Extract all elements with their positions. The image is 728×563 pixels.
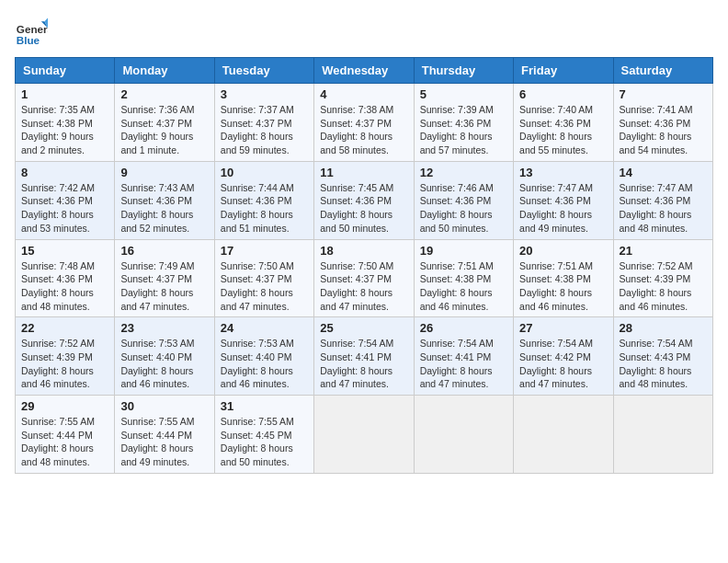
calendar-cell: 18 Sunrise: 7:50 AMSunset: 4:37 PMDaylig… (314, 239, 414, 317)
calendar-cell: 7 Sunrise: 7:41 AMSunset: 4:36 PMDayligh… (613, 84, 712, 162)
day-number: 10 (221, 166, 308, 179)
day-detail: Sunrise: 7:36 AMSunset: 4:37 PMDaylight:… (120, 104, 194, 155)
column-header-monday: Monday (115, 58, 214, 84)
calendar-cell: 17 Sunrise: 7:50 AMSunset: 4:37 PMDaylig… (214, 239, 313, 317)
day-detail: Sunrise: 7:55 AMSunset: 4:44 PMDaylight:… (120, 416, 194, 467)
day-number: 17 (221, 244, 308, 258)
calendar-cell: 19 Sunrise: 7:51 AMSunset: 4:38 PMDaylig… (414, 239, 513, 317)
day-number: 5 (420, 87, 507, 101)
column-header-friday: Friday (514, 58, 613, 84)
day-number: 8 (21, 166, 108, 179)
day-detail: Sunrise: 7:38 AMSunset: 4:37 PMDaylight:… (320, 104, 393, 155)
calendar-header-row: SundayMondayTuesdayWednesdayThursdayFrid… (16, 58, 713, 84)
day-detail: Sunrise: 7:40 AMSunset: 4:36 PMDaylight:… (519, 104, 593, 155)
calendar-cell (414, 396, 513, 474)
day-number: 19 (420, 244, 507, 258)
week-row-3: 15 Sunrise: 7:48 AMSunset: 4:36 PMDaylig… (16, 239, 713, 317)
calendar-cell: 16 Sunrise: 7:49 AMSunset: 4:37 PMDaylig… (115, 239, 214, 317)
day-detail: Sunrise: 7:44 AMSunset: 4:36 PMDaylight:… (221, 182, 294, 234)
calendar-cell: 24 Sunrise: 7:53 AMSunset: 4:40 PMDaylig… (214, 317, 313, 396)
day-detail: Sunrise: 7:50 AMSunset: 4:37 PMDaylight:… (221, 260, 294, 312)
column-header-thursday: Thursday (414, 58, 513, 84)
day-detail: Sunrise: 7:55 AMSunset: 4:44 PMDaylight:… (21, 416, 95, 467)
calendar-cell (613, 396, 712, 474)
day-number: 4 (320, 87, 407, 101)
day-number: 30 (120, 399, 208, 413)
calendar-cell: 6 Sunrise: 7:40 AMSunset: 4:36 PMDayligh… (514, 84, 613, 162)
day-detail: Sunrise: 7:55 AMSunset: 4:45 PMDaylight:… (221, 416, 294, 467)
day-number: 21 (620, 244, 707, 258)
day-number: 16 (120, 244, 208, 258)
day-number: 25 (320, 321, 407, 335)
calendar-table: SundayMondayTuesdayWednesdayThursdayFrid… (15, 57, 713, 474)
day-detail: Sunrise: 7:39 AMSunset: 4:36 PMDaylight:… (420, 104, 494, 155)
calendar-cell: 4 Sunrise: 7:38 AMSunset: 4:37 PMDayligh… (314, 84, 414, 162)
week-row-1: 1 Sunrise: 7:35 AMSunset: 4:38 PMDayligh… (16, 84, 713, 162)
day-detail: Sunrise: 7:54 AMSunset: 4:41 PMDaylight:… (420, 338, 494, 389)
day-number: 24 (221, 321, 308, 335)
day-detail: Sunrise: 7:42 AMSunset: 4:36 PMDaylight:… (21, 182, 95, 234)
week-row-5: 29 Sunrise: 7:55 AMSunset: 4:44 PMDaylig… (16, 396, 713, 474)
day-number: 6 (519, 87, 607, 101)
day-detail: Sunrise: 7:52 AMSunset: 4:39 PMDaylight:… (21, 338, 95, 389)
day-detail: Sunrise: 7:41 AMSunset: 4:36 PMDaylight:… (620, 104, 693, 155)
day-number: 31 (221, 399, 308, 413)
calendar-cell: 20 Sunrise: 7:51 AMSunset: 4:38 PMDaylig… (514, 239, 613, 317)
day-detail: Sunrise: 7:43 AMSunset: 4:36 PMDaylight:… (120, 182, 194, 234)
day-detail: Sunrise: 7:50 AMSunset: 4:37 PMDaylight:… (320, 260, 393, 312)
day-detail: Sunrise: 7:54 AMSunset: 4:41 PMDaylight:… (320, 338, 393, 389)
calendar-cell: 26 Sunrise: 7:54 AMSunset: 4:41 PMDaylig… (414, 317, 513, 396)
calendar-cell: 5 Sunrise: 7:39 AMSunset: 4:36 PMDayligh… (414, 84, 513, 162)
calendar-cell: 22 Sunrise: 7:52 AMSunset: 4:39 PMDaylig… (16, 317, 115, 396)
svg-text:Blue: Blue (17, 34, 40, 46)
calendar-cell: 9 Sunrise: 7:43 AMSunset: 4:36 PMDayligh… (115, 161, 214, 239)
logo: General Blue (15, 15, 53, 48)
calendar-cell: 30 Sunrise: 7:55 AMSunset: 4:44 PMDaylig… (115, 396, 214, 474)
day-detail: Sunrise: 7:37 AMSunset: 4:37 PMDaylight:… (221, 104, 294, 155)
day-detail: Sunrise: 7:53 AMSunset: 4:40 PMDaylight:… (120, 338, 194, 389)
day-number: 29 (21, 399, 108, 413)
calendar-cell: 14 Sunrise: 7:47 AMSunset: 4:36 PMDaylig… (613, 161, 712, 239)
column-header-saturday: Saturday (613, 58, 712, 84)
calendar-cell: 12 Sunrise: 7:46 AMSunset: 4:36 PMDaylig… (414, 161, 513, 239)
day-number: 13 (519, 166, 607, 179)
day-detail: Sunrise: 7:35 AMSunset: 4:38 PMDaylight:… (21, 104, 95, 155)
calendar-cell: 1 Sunrise: 7:35 AMSunset: 4:38 PMDayligh… (16, 84, 115, 162)
calendar-cell: 15 Sunrise: 7:48 AMSunset: 4:36 PMDaylig… (16, 239, 115, 317)
day-number: 20 (519, 244, 607, 258)
calendar-cell: 8 Sunrise: 7:42 AMSunset: 4:36 PMDayligh… (16, 161, 115, 239)
calendar-cell (514, 396, 613, 474)
calendar-cell: 2 Sunrise: 7:36 AMSunset: 4:37 PMDayligh… (115, 84, 214, 162)
column-header-tuesday: Tuesday (214, 58, 313, 84)
day-detail: Sunrise: 7:47 AMSunset: 4:36 PMDaylight:… (519, 182, 593, 234)
day-number: 22 (21, 321, 108, 335)
calendar-cell: 21 Sunrise: 7:52 AMSunset: 4:39 PMDaylig… (613, 239, 712, 317)
column-header-wednesday: Wednesday (314, 58, 414, 84)
day-number: 11 (320, 166, 407, 179)
day-detail: Sunrise: 7:53 AMSunset: 4:40 PMDaylight:… (221, 338, 294, 389)
calendar-cell: 27 Sunrise: 7:54 AMSunset: 4:42 PMDaylig… (514, 317, 613, 396)
calendar-cell (314, 396, 414, 474)
day-number: 9 (120, 166, 208, 179)
calendar-cell: 13 Sunrise: 7:47 AMSunset: 4:36 PMDaylig… (514, 161, 613, 239)
day-number: 23 (120, 321, 208, 335)
logo-icon: General Blue (15, 15, 48, 48)
page-header: General Blue (15, 15, 713, 48)
day-number: 12 (420, 166, 507, 179)
calendar-cell: 31 Sunrise: 7:55 AMSunset: 4:45 PMDaylig… (214, 396, 313, 474)
calendar-cell: 3 Sunrise: 7:37 AMSunset: 4:37 PMDayligh… (214, 84, 313, 162)
column-header-sunday: Sunday (16, 58, 115, 84)
day-detail: Sunrise: 7:48 AMSunset: 4:36 PMDaylight:… (21, 260, 95, 312)
day-number: 7 (620, 87, 707, 101)
day-number: 1 (21, 87, 108, 101)
day-number: 2 (120, 87, 208, 101)
calendar-cell: 10 Sunrise: 7:44 AMSunset: 4:36 PMDaylig… (214, 161, 313, 239)
day-detail: Sunrise: 7:46 AMSunset: 4:36 PMDaylight:… (420, 182, 494, 234)
day-detail: Sunrise: 7:45 AMSunset: 4:36 PMDaylight:… (320, 182, 393, 234)
day-number: 28 (620, 321, 707, 335)
calendar-cell: 11 Sunrise: 7:45 AMSunset: 4:36 PMDaylig… (314, 161, 414, 239)
day-number: 15 (21, 244, 108, 258)
day-detail: Sunrise: 7:54 AMSunset: 4:43 PMDaylight:… (620, 338, 693, 389)
day-number: 26 (420, 321, 507, 335)
day-detail: Sunrise: 7:51 AMSunset: 4:38 PMDaylight:… (519, 260, 593, 312)
